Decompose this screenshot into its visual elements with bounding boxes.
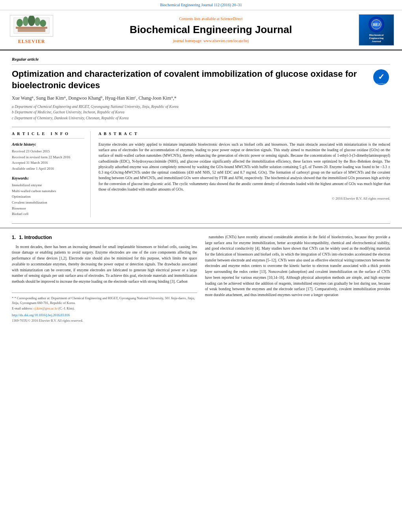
- journal-header: ELSEVIER Contents lists available at Sci…: [0, 10, 402, 50]
- article-type-label: Regular article: [12, 56, 390, 65]
- homepage-pre: journal homepage:: [173, 39, 203, 43]
- abstract-heading: A B S T R A C T: [99, 131, 390, 139]
- svg-point-1: [17, 19, 23, 27]
- intro-left-col: 1. 1. Introduction In recent decades, th…: [12, 234, 197, 323]
- intro-title: 1. Introduction: [19, 235, 52, 240]
- keywords-list: Immobilized enzyme Multi-walled carbon n…: [12, 183, 84, 217]
- intro-right-text: nanotubes (CNTs) have recently attracted…: [205, 234, 390, 298]
- top-citation-bar: Biochemical Engineering Journal 112 (201…: [0, 0, 402, 10]
- journal-homepage-line: journal homepage: www.elsevier.com/locat…: [63, 38, 359, 44]
- svg-point-5: [40, 20, 46, 27]
- issn-line: 1369-703X/© 2016 Elsevier B.V. All right…: [12, 319, 197, 323]
- journal-logo-right: BEJ BiochemicalEngineeringJournal: [359, 14, 394, 46]
- journal-name: Biochemical Engineering Journal: [63, 22, 359, 37]
- authors-line: Xue Wangᵃ, Sung Bae Kimᵃ, Dongwoo Khangᵇ…: [12, 95, 390, 102]
- corresponding-author-text: * Corresponding author at: Department of…: [12, 296, 195, 305]
- doi-line[interactable]: http://dx.doi.org/10.1016/j.bej.2016.03.…: [12, 313, 197, 318]
- svg-text:CrossMark: CrossMark: [377, 83, 386, 85]
- keyword-1: Immobilized enzyme: [12, 183, 84, 188]
- article-info-heading: A R T I C L E I N F O: [12, 131, 84, 139]
- bej-logo-circle: BEJ: [368, 17, 384, 32]
- svg-point-2: [23, 17, 28, 26]
- keyword-2: Multi-walled carbon nanotubes: [12, 189, 84, 194]
- section-number: 1.: [12, 235, 16, 240]
- received-date: Received 23 October 2015: [12, 149, 84, 154]
- article-section: Regular article Optimization and charact…: [0, 50, 402, 223]
- keyword-5: Biosensor: [12, 206, 84, 211]
- science-direct-link-text[interactable]: ScienceDirect: [220, 17, 242, 21]
- crossmark-logo[interactable]: ✓ CrossMark: [372, 69, 390, 86]
- science-direct-line: Contents lists available at ScienceDirec…: [63, 16, 359, 22]
- affiliation-c: c Department of Chemistry, Dankook Unive…: [12, 115, 390, 121]
- journal-citation: Biochemical Engineering Journal 112 (201…: [160, 3, 242, 7]
- abstract-body: Enzyme electrodes are widely applied to …: [99, 142, 390, 192]
- elsevier-image: [10, 15, 53, 37]
- science-direct-pre: Contents lists available at: [179, 17, 220, 21]
- revised-date: Received in revised form 22 March 2016: [12, 155, 84, 160]
- intro-heading: 1. 1. Introduction: [12, 234, 197, 241]
- email-label: E-mail address:: [12, 306, 33, 310]
- article-info-items: Received 23 October 2015 Received in rev…: [12, 149, 84, 171]
- article-info-col: A R T I C L E I N F O Article history: R…: [12, 131, 91, 217]
- svg-rect-7: [18, 29, 45, 32]
- corresponding-author-note: * * Corresponding author at: Department …: [12, 296, 197, 306]
- keywords-label: Keywords:: [12, 176, 84, 181]
- intro-left-text: In recent decades, there has been an inc…: [12, 244, 197, 285]
- svg-rect-6: [16, 27, 47, 29]
- email-address[interactable]: cj.kim@gnu.ac.kr: [34, 306, 58, 310]
- bej-logo-title: BiochemicalEngineeringJournal: [369, 33, 384, 43]
- journal-title-block: Contents lists available at ScienceDirec…: [63, 16, 359, 44]
- introduction-section: 1. 1. Introduction In recent decades, th…: [0, 228, 402, 329]
- keyword-6: Biofuel cell: [12, 211, 84, 217]
- abstract-col: A B S T R A C T Enzyme electrodes are wi…: [99, 131, 390, 217]
- affiliation-b: b Department of Medicine, Gachon Univers…: [12, 109, 390, 115]
- svg-text:BEJ: BEJ: [373, 22, 380, 27]
- intro-right-col: nanotubes (CNTs) have recently attracted…: [205, 234, 390, 323]
- affiliation-a: a Department of Chemical Engineering and…: [12, 104, 390, 109]
- crossmark-svg: ✓ CrossMark: [372, 69, 390, 86]
- article-title: Optimization and characterization of cov…: [12, 69, 365, 91]
- homepage-url[interactable]: www.elsevier.com/locate/bej: [203, 39, 249, 43]
- article-title-row: Optimization and characterization of cov…: [12, 69, 390, 91]
- affiliations-block: a Department of Chemical Engineering and…: [12, 104, 390, 121]
- info-abstract-section: A R T I C L E I N F O Article history: R…: [12, 127, 390, 217]
- email-note: E-mail address: cj.kim@gnu.ac.kr (C.-J. …: [12, 306, 197, 311]
- page-container: Biochemical Engineering Journal 112 (201…: [0, 0, 402, 329]
- intro-paragraph-right: nanotubes (CNTs) have recently attracted…: [205, 234, 390, 298]
- copyright-line: © 2016 Elsevier B.V. All rights reserved…: [99, 196, 390, 201]
- elsevier-brand-text: ELSEVIER: [18, 38, 45, 45]
- footnote-section: * * Corresponding author at: Department …: [12, 293, 197, 323]
- svg-text:✓: ✓: [378, 72, 385, 81]
- bej-logo-svg: BEJ: [370, 19, 382, 30]
- section-divider: [12, 223, 390, 224]
- email-suffix: (C.-J. Kim).: [58, 306, 74, 310]
- article-history-label: Article history:: [12, 142, 84, 147]
- keyword-3: Optimization: [12, 194, 84, 199]
- elsevier-svg-logo: [12, 16, 51, 35]
- accepted-date: Accepted 31 March 2016: [12, 160, 84, 165]
- keyword-4: Covalent immobilization: [12, 200, 84, 205]
- intro-paragraph-left: In recent decades, there has been an inc…: [12, 244, 197, 285]
- available-online-date: Available online 1 April 2016: [12, 166, 84, 171]
- elsevier-logo-block: ELSEVIER: [8, 15, 55, 45]
- svg-point-4: [35, 17, 40, 26]
